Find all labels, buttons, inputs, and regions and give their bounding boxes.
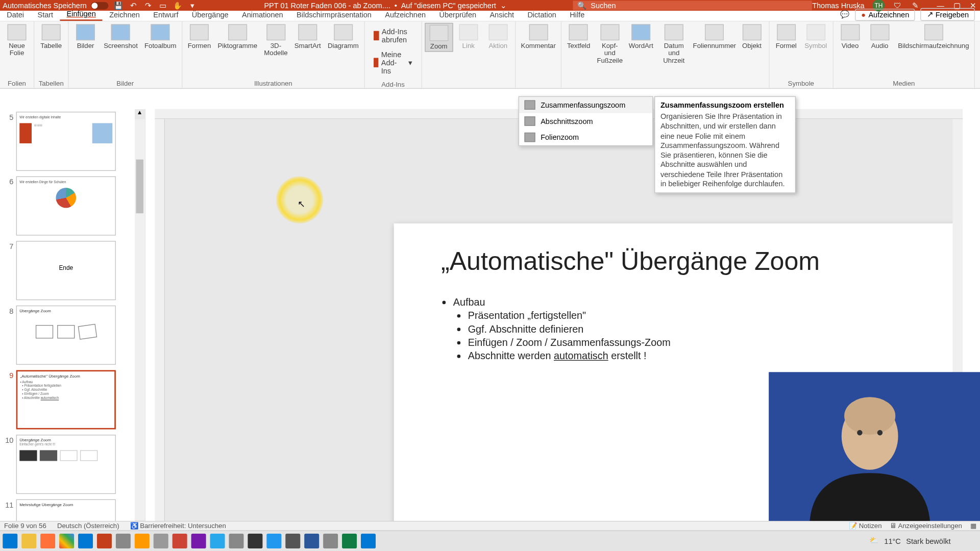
privacy-icon[interactable]: 🛡 <box>893 1 902 10</box>
edge-icon[interactable] <box>361 533 376 548</box>
slide-thumbnail-5[interactable]: Wir erstellen digitale Inhalte▤▤▤ <box>16 112 116 171</box>
tab-datei[interactable]: Datei <box>0 8 31 21</box>
thumb-number: 7 <box>4 241 13 250</box>
display-settings[interactable]: 🖥 Anzeigeeinstellungen <box>890 522 962 530</box>
app-icon[interactable] <box>323 533 338 548</box>
accessibility-check[interactable]: ♿ Barrierefreiheit: Untersuchen <box>130 522 226 530</box>
app-icon[interactable] <box>154 533 168 548</box>
app-icon[interactable] <box>229 533 243 548</box>
comment-button[interactable]: Kommentar <box>518 23 558 51</box>
datetime-button[interactable]: Datum und Uhrzeit <box>656 23 691 65</box>
slidenumber-button[interactable]: Foliennummer <box>693 23 737 51</box>
new-slide-button[interactable]: Neue Folie <box>3 23 31 58</box>
touch-icon[interactable]: ✋ <box>173 1 182 10</box>
onenote-icon[interactable] <box>191 533 206 548</box>
zoom-dropdown-menu: Zusammenfassungszoom Abschnittszoom Foli… <box>519 96 653 146</box>
textbox-button[interactable]: Textfeld <box>565 23 593 51</box>
tab-animationen[interactable]: Animationen <box>235 8 290 21</box>
thumb-number: 8 <box>4 306 13 315</box>
weather-text: Stark bewölkt <box>906 537 950 545</box>
equation-button[interactable]: Formel <box>772 23 800 51</box>
slide-thumbnail-8[interactable]: Übergänge Zoom <box>16 306 116 365</box>
action-button: Aktion <box>484 23 512 51</box>
video-button[interactable]: Video <box>836 23 864 51</box>
scroll-up-icon[interactable]: ▲ <box>135 109 145 119</box>
slide-thumbnail-9[interactable]: „Automatische" Übergänge Zoom• Aufbau • … <box>16 370 116 429</box>
comments-icon[interactable]: 💬 <box>840 10 849 19</box>
weather-icon[interactable]: ⛅ <box>869 536 878 545</box>
view-normal-icon[interactable]: ▦ <box>970 522 976 530</box>
ribbon: Neue Folie Folien Tabelle Tabellen Bilde… <box>0 21 980 89</box>
slide-thumbnails-panel: 5 Wir erstellen digitale Inhalte▤▤▤ 6 Wi… <box>0 109 145 531</box>
save-icon[interactable]: 💾 <box>114 1 123 10</box>
obs-icon[interactable] <box>248 533 262 548</box>
present-icon[interactable]: ▭ <box>158 1 167 10</box>
language-indicator[interactable]: Deutsch (Österreich) <box>57 522 119 530</box>
table-button[interactable]: Tabelle <box>37 23 65 51</box>
shapes-button[interactable]: Formen <box>185 23 214 51</box>
cameo-button[interactable]: Cameo <box>978 23 980 51</box>
explorer-icon[interactable] <box>21 533 36 548</box>
vertical-ruler <box>155 119 165 530</box>
search-box[interactable]: 🔍 Suchen <box>573 1 812 10</box>
more-icon[interactable]: ▾ <box>188 1 197 10</box>
get-addins-button[interactable]: Add-Ins abrufen <box>370 26 416 46</box>
notes-button[interactable]: 📝 Notizen <box>849 522 881 530</box>
group-illustrationen-label: Illustrationen <box>185 78 362 88</box>
zoom-summary-item[interactable]: Zusammenfassungszoom <box>519 97 652 113</box>
icons-button[interactable]: Piktogramme <box>215 23 260 51</box>
tab-dictation[interactable]: Dictation <box>521 8 563 21</box>
zoom-slide-item[interactable]: Folienzoom <box>519 129 652 145</box>
tab-ueberpruefen[interactable]: Überprüfen <box>432 8 483 21</box>
tab-aufzeichnen[interactable]: Aufzeichnen <box>378 8 432 21</box>
tab-hilfe[interactable]: Hilfe <box>563 8 591 21</box>
excel-icon[interactable] <box>342 533 357 548</box>
tab-ansicht[interactable]: Ansicht <box>483 8 521 21</box>
telegram-icon[interactable] <box>210 533 225 548</box>
redo-icon[interactable]: ↷ <box>143 1 153 10</box>
slide-thumbnail-6[interactable]: Wir erstellen Dinge für Schulen <box>16 177 116 236</box>
pictures-button[interactable]: Bilder <box>71 23 100 51</box>
slide-zoom-icon <box>525 133 535 142</box>
undo-icon[interactable]: ↶ <box>129 1 138 10</box>
tooltip-body: Organisieren Sie Ihre Präsentation in Ab… <box>660 112 790 189</box>
tooltip-title: Zusammenfassungszoom erstellen <box>660 101 790 109</box>
word-icon[interactable] <box>304 533 319 548</box>
my-addins-button[interactable]: Meine Add-Ins▾ <box>370 48 416 77</box>
share-button[interactable]: ↗Freigeben <box>921 8 975 21</box>
app-icon[interactable] <box>116 533 131 548</box>
record-button[interactable]: ●Aufzeichnen <box>855 8 915 20</box>
slide-thumbnail-10[interactable]: Übergänge ZoomEinfacher geht's nicht !!! <box>16 435 116 494</box>
app-icon[interactable] <box>266 533 281 548</box>
outlook-icon[interactable] <box>78 533 93 548</box>
3dmodels-button[interactable]: 3D- Modelle <box>261 23 290 58</box>
object-button[interactable]: Objekt <box>738 23 766 51</box>
vlc-icon[interactable] <box>135 533 150 548</box>
header-footer-button[interactable]: Kopf- und Fußzeile <box>594 23 626 65</box>
tab-zeichnen[interactable]: Zeichnen <box>103 8 146 21</box>
group-addins-label: Add-Ins <box>368 80 419 90</box>
chart-button[interactable]: Diagramm <box>325 23 361 51</box>
pen-icon[interactable]: ✎ <box>910 1 919 10</box>
slide-thumbnail-7[interactable]: Ende <box>16 241 116 300</box>
zoom-section-item[interactable]: Abschnittszoom <box>519 113 652 130</box>
photoalbum-button[interactable]: Fotoalbum <box>142 23 179 51</box>
chrome-icon[interactable] <box>59 533 74 548</box>
zoom-button[interactable]: Zoom <box>425 23 453 52</box>
start-button[interactable] <box>3 533 17 548</box>
app-icon[interactable] <box>285 533 300 548</box>
ribbon-tabs: Datei Start Einfügen Zeichnen Entwurf Üb… <box>0 11 980 21</box>
powerpoint-icon[interactable] <box>97 533 112 548</box>
app-icon[interactable] <box>173 533 187 548</box>
thumbnails-scrollbar[interactable]: ▲ ▼ <box>135 109 145 531</box>
audio-button[interactable]: Audio <box>866 23 894 51</box>
smartart-button[interactable]: SmartArt <box>291 23 324 51</box>
firefox-icon[interactable] <box>40 533 55 548</box>
screenrecording-button[interactable]: Bildschirmaufzeichnung <box>895 23 972 51</box>
tab-start[interactable]: Start <box>31 8 60 21</box>
wordart-button[interactable]: WordArt <box>627 23 655 51</box>
slide-content: Aufbau Präsentation „fertigstellen" Ggf.… <box>441 296 671 363</box>
tab-bildschirm[interactable]: Bildschirmpräsentation <box>290 8 378 21</box>
screenshot-button[interactable]: Screenshot <box>101 23 140 51</box>
symbol-button: Symbol <box>802 23 830 51</box>
